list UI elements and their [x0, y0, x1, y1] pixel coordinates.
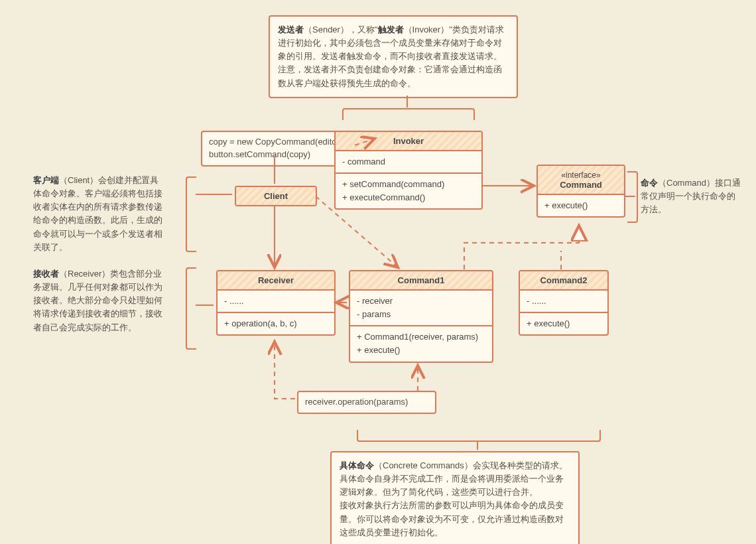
- uml-command2-title: Command2: [520, 271, 607, 291]
- note-concrete-text: 具体命令（Concrete Commands）会实现各种类型的请求。具体命令自身…: [340, 460, 568, 537]
- uml-command1-title: Command1: [350, 271, 492, 291]
- uml-receiver-ops: + operation(a, b, c): [218, 313, 334, 334]
- bracket-bottom: [357, 430, 601, 442]
- bracket-left2: [186, 267, 196, 350]
- desc-command-text: 命令（Command）接口通常仅声明一个执行命令的方法。: [641, 178, 741, 214]
- bracket-right: [627, 171, 638, 223]
- uml-command2: Command2 - ...... + execute(): [519, 270, 609, 336]
- uml-command-iface: «interface» Command + execute(): [536, 165, 625, 218]
- note-concrete: 具体命令（Concrete Commands）会实现各种类型的请求。具体命令自身…: [330, 451, 580, 544]
- bracket-top: [342, 108, 475, 120]
- bracket-left1: [186, 176, 196, 252]
- desc-client: 客户端（Client）会创建并配置具体命令对象。客户端必须将包括接收者实体在内的…: [33, 174, 163, 254]
- uml-client: Client: [235, 186, 317, 206]
- uml-receiver: Receiver - ...... + operation(a, b, c): [216, 270, 336, 336]
- note-sender-text: 发送者（Sender），又称"触发者（Invoker）"类负责对请求进行初始化，…: [278, 25, 504, 88]
- uml-command2-ops: + execute(): [520, 313, 607, 334]
- uml-command1-fields: - receiver- params: [350, 291, 492, 326]
- uml-invoker: Invoker - command + setCommand(command)+…: [334, 131, 483, 210]
- uml-receiver-fields: - ......: [218, 291, 334, 313]
- label-recv-text: receiver.operation(params): [305, 397, 408, 407]
- uml-receiver-title: Receiver: [218, 271, 334, 291]
- desc-receiver-text: 接收者（Receiver）类包含部分业务逻辑。几乎任何对象都可以作为接收者。绝大…: [33, 269, 162, 332]
- label-recv: receiver.operation(params): [297, 391, 436, 414]
- uml-command1: Command1 - receiver- params + Command1(r…: [349, 270, 493, 363]
- uml-client-title: Client: [236, 187, 316, 205]
- uml-command2-fields: - ......: [520, 291, 607, 313]
- uml-invoker-title: Invoker: [336, 132, 481, 151]
- uml-command-iface-title: «interface» Command: [538, 166, 624, 195]
- uml-invoker-fields: - command: [336, 151, 481, 174]
- label-copy-text: copy = new CopyCommand(editor)button.set…: [209, 137, 342, 159]
- uml-invoker-ops: + setCommand(command)+ executeCommand(): [336, 174, 481, 208]
- desc-command: 命令（Command）接口通常仅声明一个执行命令的方法。: [641, 176, 741, 216]
- desc-receiver: 接收者（Receiver）类包含部分业务逻辑。几乎任何对象都可以作为接收者。绝大…: [33, 267, 163, 334]
- uml-command-iface-stereo: «interface»: [540, 169, 621, 180]
- desc-client-text: 客户端（Client）会创建并配置具体命令对象。客户端必须将包括接收者实体在内的…: [33, 175, 162, 252]
- uml-command-iface-ops: + execute(): [538, 195, 624, 216]
- uml-command1-ops: + Command1(receiver, params)+ execute(): [350, 326, 492, 361]
- note-sender: 发送者（Sender），又称"触发者（Invoker）"类负责对请求进行初始化，…: [269, 15, 518, 98]
